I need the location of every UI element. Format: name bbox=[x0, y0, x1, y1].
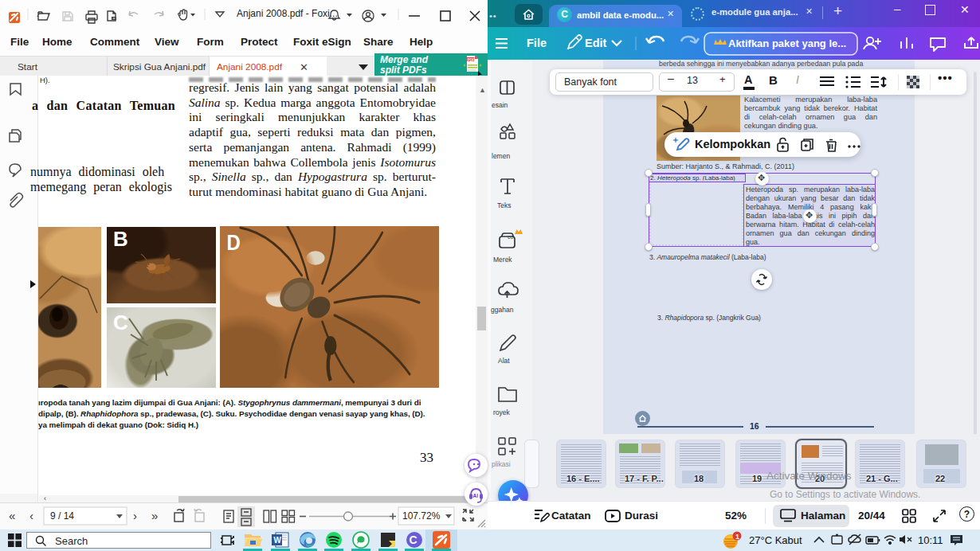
svg-text:Anjani 2008.pdf - Foxi...: Anjani 2008.pdf - Foxi... bbox=[237, 8, 338, 19]
svg-text:9 / 14: 9 / 14 bbox=[50, 510, 74, 522]
svg-text:1: 1 bbox=[735, 533, 739, 541]
svg-text:«: « bbox=[9, 509, 15, 522]
svg-text:Edit: Edit bbox=[585, 37, 607, 49]
svg-text:co: co bbox=[508, 234, 514, 240]
svg-text:›: › bbox=[133, 509, 137, 522]
svg-text:»: » bbox=[151, 509, 158, 522]
svg-text:AI: AI bbox=[473, 493, 479, 498]
svg-text:File: File bbox=[527, 37, 547, 49]
svg-text:B: B bbox=[113, 227, 128, 251]
svg-text:W: W bbox=[274, 536, 282, 545]
svg-text:107.72%: 107.72% bbox=[402, 510, 441, 522]
svg-text:PDF: PDF bbox=[468, 58, 475, 62]
svg-text:Aktifkan paket yang le...: Aktifkan paket yang le... bbox=[728, 37, 846, 49]
svg-text:C: C bbox=[410, 533, 417, 546]
svg-text:D: D bbox=[227, 229, 241, 255]
svg-text:‹: ‹ bbox=[29, 509, 33, 522]
svg-text:C: C bbox=[113, 311, 128, 334]
